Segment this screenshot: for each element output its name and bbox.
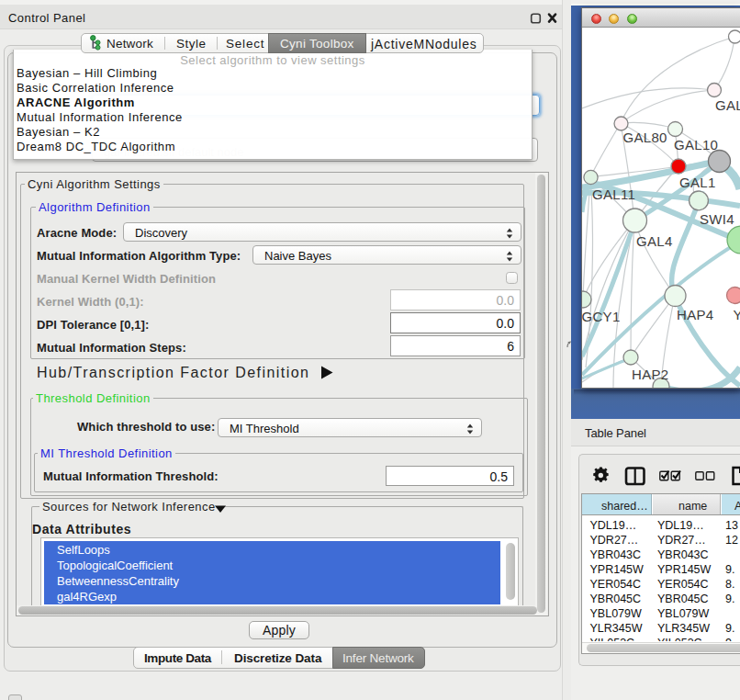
svg-text:GAL80: GAL80 [623, 130, 667, 145]
svg-text:GAL1: GAL1 [679, 175, 716, 190]
svg-text:GAL10: GAL10 [674, 137, 718, 152]
svg-text:SWI4: SWI4 [700, 211, 734, 227]
svg-text:GAL4: GAL4 [636, 233, 673, 249]
svg-text:HAP2: HAP2 [632, 367, 668, 382]
svg-text:GCY1: GCY1 [582, 309, 621, 324]
svg-text:GAL11: GAL11 [592, 186, 635, 202]
svg-text:HAP4: HAP4 [677, 307, 713, 322]
svg-text:Y: Y [734, 307, 740, 322]
svg-text:GAL: GAL [715, 97, 740, 113]
